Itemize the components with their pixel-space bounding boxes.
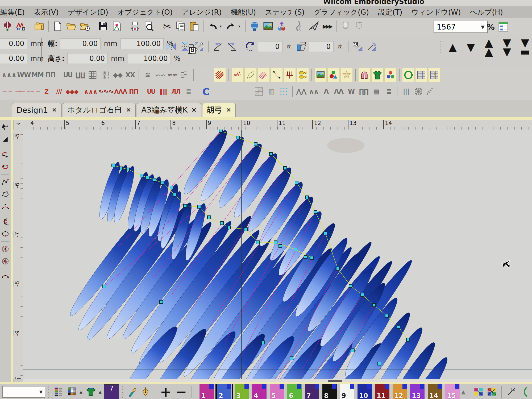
- toolbar-button[interactable]: [275, 19, 288, 34]
- selection-handle[interactable]: [220, 222, 223, 225]
- ellipse-tool[interactable]: [1, 228, 10, 240]
- stitch-tatami-u[interactable]: ՍՍ: [62, 68, 73, 82]
- tool-run-points[interactable]: [271, 68, 283, 82]
- stitch-satin-raised[interactable]: MM: [31, 68, 44, 82]
- garment-color-button[interactable]: [85, 385, 97, 398]
- measure-tool[interactable]: [518, 385, 531, 398]
- pattern-peak-1[interactable]: Λ: [320, 85, 332, 98]
- toolbar-drag-handle[interactable]: [122, 386, 123, 398]
- thread-color-swatch[interactable]: 11: [375, 384, 389, 399]
- toolbar-button[interactable]: [174, 19, 187, 34]
- toolbar-drag-handle[interactable]: [48, 386, 50, 398]
- tool-basic-shapes[interactable]: [327, 68, 340, 82]
- transform-button[interactable]: [193, 39, 205, 54]
- palette-tool[interactable]: [52, 385, 65, 398]
- zigzag-run[interactable]: Z: [41, 85, 52, 98]
- menu-item[interactable]: ウィンドウ(W): [407, 7, 466, 17]
- tool-applique[interactable]: [358, 68, 371, 82]
- run-stitch[interactable]: ‒ ‒: [2, 85, 13, 98]
- toolbar-button[interactable]: [65, 19, 78, 34]
- selection-handle[interactable]: [294, 248, 297, 251]
- thread-color-swatch[interactable]: 13: [410, 384, 425, 399]
- send-to-back[interactable]: ▼▼: [499, 38, 515, 56]
- toolbar-button[interactable]: [1, 19, 14, 34]
- docked-windows-button[interactable]: [497, 20, 510, 34]
- pattern-gate[interactable]: ∏∏: [358, 85, 369, 98]
- pattern-fan[interactable]: [425, 85, 437, 98]
- selection-handle[interactable]: [227, 226, 231, 229]
- stitch-zigzag[interactable]: ∧∧∧: [2, 68, 16, 82]
- dense-run[interactable]: ‖‖‖: [157, 85, 169, 98]
- selection-handle[interactable]: [140, 174, 143, 177]
- toolbar-drag-handle[interactable]: [439, 41, 441, 53]
- menu-item[interactable]: オブジェクト(O): [113, 7, 177, 17]
- motif-set-button[interactable]: [486, 385, 498, 398]
- toolbar-button[interactable]: [51, 19, 64, 34]
- selection-handle[interactable]: [372, 304, 376, 307]
- thread-color-swatch[interactable]: 4: [252, 384, 267, 399]
- embroidery-object[interactable]: [23, 130, 532, 379]
- selection-handle[interactable]: [219, 130, 222, 132]
- skew-button[interactable]: [295, 39, 308, 54]
- transform-button[interactable]: [211, 39, 224, 54]
- motif-set-button[interactable]: [472, 385, 485, 398]
- ruler-origin-button[interactable]: [13, 120, 23, 130]
- selection-handle[interactable]: [336, 267, 339, 270]
- menu-item[interactable]: デザイン(D): [63, 7, 113, 17]
- menu-item[interactable]: 表示(V): [29, 7, 63, 17]
- selection-handle[interactable]: [184, 204, 187, 207]
- document-tab[interactable]: ホタルロゴ石臼 ✕: [63, 103, 136, 117]
- run-dash-dot[interactable]: ‒·‒: [14, 85, 26, 98]
- stitch-cross-fill[interactable]: XX: [124, 68, 136, 82]
- bring-forward[interactable]: ▲: [445, 38, 460, 56]
- select-tool[interactable]: 1: [1, 121, 10, 133]
- tool-garment[interactable]: [371, 68, 384, 82]
- selection-handle[interactable]: [103, 285, 106, 288]
- transform-button[interactable]: [365, 39, 378, 54]
- thread-color-swatch[interactable]: 6: [287, 384, 302, 399]
- toolbar-button[interactable]: [97, 19, 110, 34]
- zigzag-large[interactable]: ΛΛΛ: [114, 85, 127, 98]
- toolbar-button[interactable]: [142, 19, 155, 34]
- pattern-fringe[interactable]: |||: [400, 85, 412, 98]
- selection-handle[interactable]: [207, 216, 211, 219]
- thread-color-swatch[interactable]: 3: [235, 384, 249, 399]
- selection-handle[interactable]: [153, 178, 156, 181]
- chevron-down-icon[interactable]: ▾: [220, 24, 224, 29]
- toolbar-button[interactable]: [78, 19, 91, 34]
- corner-select-tool[interactable]: [1, 134, 10, 145]
- tool-hoop[interactable]: [402, 68, 414, 82]
- selection-handle[interactable]: [324, 232, 327, 235]
- selection-handle[interactable]: [397, 325, 400, 329]
- run-dash-long[interactable]: ‒‒ ‒: [27, 85, 40, 98]
- thread-color-swatch[interactable]: 1: [200, 384, 214, 399]
- thread-color-swatch[interactable]: 2: [217, 384, 231, 399]
- motif-diamond-run[interactable]: ◆◆◆: [66, 85, 78, 98]
- toolbar-button[interactable]: [339, 19, 352, 34]
- selection-handle[interactable]: [161, 181, 164, 184]
- palette-scroll-up[interactable]: ▲: [461, 389, 465, 395]
- send-backward[interactable]: ▼: [463, 38, 479, 56]
- thread-color-swatch[interactable]: 9: [340, 384, 354, 399]
- skew-angle-field[interactable]: 0: [309, 41, 334, 52]
- menu-item[interactable]: アレンジ(R): [177, 7, 226, 17]
- selection-handle[interactable]: [349, 284, 352, 288]
- selection-handle[interactable]: [112, 164, 115, 167]
- zigzag-small[interactable]: ∧∧∧: [84, 85, 97, 98]
- tool-bling[interactable]: [384, 68, 397, 82]
- menu-item[interactable]: 機能(U): [226, 7, 261, 17]
- move-to-end[interactable]: ▼▬: [517, 38, 532, 56]
- menu-item[interactable]: 編集(E): [0, 7, 29, 17]
- swatch-satin-red[interactable]: [214, 68, 226, 82]
- arc-tool[interactable]: [1, 201, 10, 212]
- selection-handle[interactable]: [244, 228, 247, 231]
- height-field[interactable]: 0.00: [67, 53, 108, 64]
- tool-zigzag-sketch[interactable]: [231, 68, 244, 82]
- selection-handle[interactable]: [351, 349, 354, 352]
- selection-handle[interactable]: [274, 241, 277, 244]
- thread-color-swatch[interactable]: 15: [445, 384, 460, 399]
- document-tab[interactable]: Design1 ✕: [12, 103, 62, 117]
- thread-color-swatch[interactable]: 10: [358, 384, 372, 399]
- toolbar-button[interactable]: [353, 19, 365, 34]
- close-icon[interactable]: ✕: [226, 106, 231, 114]
